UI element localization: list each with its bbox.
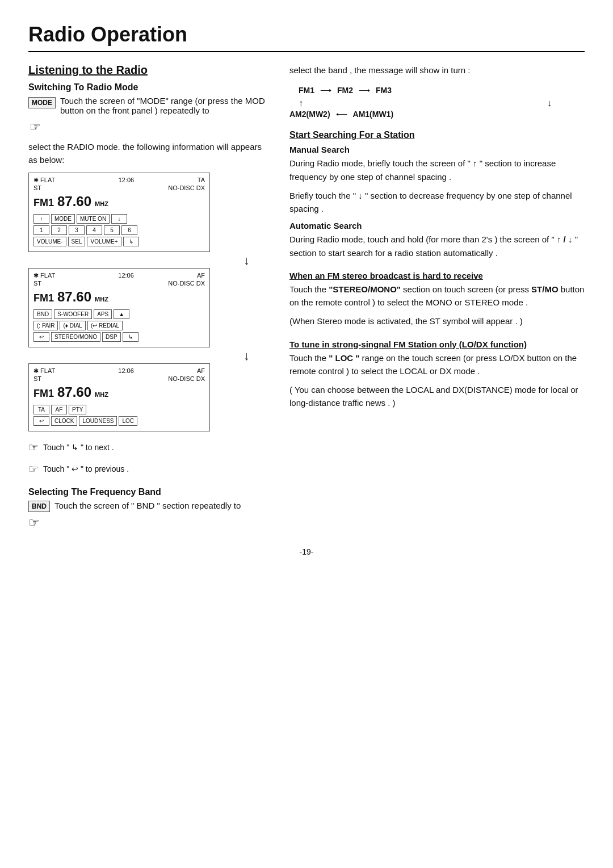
arrow-fm2-fm3: ⟶ — [359, 86, 370, 95]
screen3-row1: TA AF PTY — [33, 405, 205, 414]
screen1-freq: 87.60 — [57, 194, 91, 209]
screen1-row3: VOLUME- SEL VOLUME+ ↳ — [33, 237, 205, 246]
radio-screen-3: ✱ FLAT 12:06 AF ST NO-DISC DX FM1 87.60 … — [28, 363, 210, 431]
screen3-top-left: ✱ FLAT — [33, 367, 55, 375]
btn-5[interactable]: 5 — [104, 225, 120, 235]
bnd-key: BND — [28, 501, 50, 512]
search-section-title: Start Searching For a Station — [289, 130, 585, 140]
btn-aps[interactable]: APS — [94, 309, 112, 319]
screen3-freq-row: FM1 87.60 MHZ — [33, 384, 205, 400]
arrow-connector-1: ↓ — [28, 254, 267, 267]
btn-volplus[interactable]: VOLUME+ — [87, 237, 121, 246]
btn-pair[interactable]: (: PAIR — [33, 321, 58, 330]
screen1-freq-row: FM1 87.60 MHZ — [33, 194, 205, 209]
stereo-section: When an FM stereo broadcast is hard to r… — [289, 271, 585, 328]
selecting-title: Selecting The Frequency Band — [28, 487, 267, 497]
btn-muteon[interactable]: MUTE ON — [77, 214, 110, 224]
screen1-top-right: TA — [198, 177, 205, 184]
touch-note-2: ☞ Touch " ↩ " to previous . — [28, 462, 267, 476]
screen2-mid-right: NO-DISC DX — [168, 280, 205, 287]
btn-pty[interactable]: PTY — [69, 405, 86, 414]
screen3-top-row: ✱ FLAT 12:06 AF — [33, 367, 205, 375]
band-fm1: FM1 — [299, 86, 314, 95]
screen3-mid-left: ST — [33, 375, 41, 382]
btn-redial[interactable]: (↩ REDIAL — [87, 321, 123, 330]
btn-prev2[interactable]: ↩ — [33, 332, 49, 342]
screen2-top-row: ✱ FLAT 12:06 AF — [33, 272, 205, 279]
band-note: select the band , the message will show … — [289, 64, 585, 77]
btn-stereomono[interactable]: STEREO/MONO — [51, 332, 100, 342]
screen3-row2: ↩ CLOCK LOUDNESS LOC — [33, 416, 205, 426]
screen2-top-right: AF — [197, 272, 205, 279]
btn-2[interactable]: 2 — [51, 225, 67, 235]
screen1-band: FM1 — [33, 197, 54, 209]
screen1-row1: ↑ MODE MUTE ON ↓ — [33, 214, 205, 224]
btn-dial[interactable]: (♦ DIAL — [60, 321, 85, 330]
btn-next2[interactable]: ↳ — [123, 332, 138, 342]
screen2-top-left: ✱ FLAT — [33, 272, 55, 279]
band-diagram: FM1 ⟶ FM2 ⟶ FM3 ↑ ↓ AM2(MW2) ⟵ AM1(MW1) — [289, 86, 585, 119]
stereo-text1: Touch the "STEREO/MONO" section on touch… — [289, 283, 585, 309]
touch-notes: ☞ Touch " ↳ " to next . ☞ Touch " ↩ " to… — [28, 441, 267, 476]
loc-section: To tune in strong-singnal FM Station onl… — [289, 339, 585, 410]
manual-search-text2: Briefly touch the " ↓ " section to decre… — [289, 189, 585, 216]
band-am1: AM1(MW1) — [353, 110, 394, 119]
btn-bnd[interactable]: BND — [33, 309, 52, 319]
btn-volminus[interactable]: VOLUME- — [33, 237, 66, 246]
screen1: ✱ FLAT 12:06 TA ST NO-DISC DX FM1 87.60 … — [28, 173, 267, 252]
manual-search-text1: During Radio mode, briefly touch the scr… — [289, 157, 585, 183]
screen2-row2: (: PAIR (♦ DIAL (↩ REDIAL — [33, 321, 205, 330]
screen3-mid-right: NO-DISC DX — [168, 375, 205, 382]
btn-mode[interactable]: MODE — [51, 214, 75, 224]
screen1-mid-row: ST NO-DISC DX — [33, 184, 205, 191]
btn-4[interactable]: 4 — [86, 225, 102, 235]
btn-ta[interactable]: TA — [33, 405, 49, 414]
btn-eject[interactable]: ▲ — [114, 309, 129, 319]
touch-note-1: ☞ Touch " ↳ " to next . — [28, 441, 267, 454]
screen2-mid-left: ST — [33, 280, 41, 287]
screen1-row2: 1 2 3 4 5 6 — [33, 225, 205, 235]
btn-loc[interactable]: LOC — [119, 416, 137, 426]
arrow-am1-am2: ⟵ — [336, 110, 347, 119]
switching-instruction: Touch the screen of "MODE" range (or pre… — [60, 96, 267, 115]
btn-sel[interactable]: SEL — [68, 237, 86, 246]
screen1-mid-right: NO-DISC DX — [168, 184, 205, 191]
btn-loudness[interactable]: LOUDNESS — [79, 416, 117, 426]
hand-icon-1: ☞ — [30, 120, 41, 135]
screen2-row1: BND S-WOOFER APS ▲ — [33, 309, 205, 319]
btn-down[interactable]: ↓ — [111, 214, 127, 224]
btn-dsp[interactable]: DSP — [102, 332, 121, 342]
btn-prev3[interactable]: ↩ — [33, 416, 49, 426]
left-column: Listening to the Radio Switching To Radi… — [28, 64, 267, 530]
btn-next1[interactable]: ↳ — [123, 237, 139, 246]
band-am2: AM2(MW2) — [289, 110, 330, 119]
screen2-freq: 87.60 — [57, 289, 91, 305]
arrow-up-fm1: ↑ — [299, 98, 303, 108]
btn-1[interactable]: 1 — [33, 225, 49, 235]
selecting-instruction: Touch the screen of " BND " section repe… — [54, 501, 241, 510]
page-number: -19- — [28, 547, 585, 556]
auto-search-title: Automatic Search — [289, 221, 585, 230]
loc-section-title: To tune in strong-singnal FM Station onl… — [289, 339, 585, 349]
switching-instruction2: select the RADIO mode. the following inf… — [28, 140, 267, 167]
btn-af[interactable]: AF — [51, 405, 67, 414]
right-column: select the band , the message will show … — [289, 64, 585, 530]
switching-title: Switching To Radio Mode — [28, 82, 267, 93]
stereo-section-title: When an FM stereo broadcast is hard to r… — [289, 271, 585, 280]
bnd-block: BND Touch the screen of " BND " section … — [28, 501, 267, 512]
screen2-band: FM1 — [33, 292, 54, 304]
btn-swoofer[interactable]: S-WOOFER — [54, 309, 92, 319]
screen3-unit: MHZ — [95, 391, 108, 398]
btn-up[interactable]: ↑ — [33, 214, 49, 224]
btn-clock[interactable]: CLOCK — [51, 416, 77, 426]
btn-6[interactable]: 6 — [121, 225, 137, 235]
btn-3[interactable]: 3 — [69, 225, 85, 235]
mode-block: MODE Touch the screen of "MODE" range (o… — [28, 96, 267, 115]
radio-screen-2: ✱ FLAT 12:06 AF ST NO-DISC DX FM1 87.60 … — [28, 268, 210, 347]
screen3: ✱ FLAT 12:06 AF ST NO-DISC DX FM1 87.60 … — [28, 363, 267, 431]
screen1-unit: MHZ — [95, 200, 108, 207]
selecting-section: Selecting The Frequency Band BND Touch t… — [28, 487, 267, 530]
screen3-top-center: 12:06 — [118, 367, 134, 375]
auto-search-text: During Radio mode, touch and hold (for m… — [289, 233, 585, 259]
screen2-mid-row: ST NO-DISC DX — [33, 280, 205, 287]
